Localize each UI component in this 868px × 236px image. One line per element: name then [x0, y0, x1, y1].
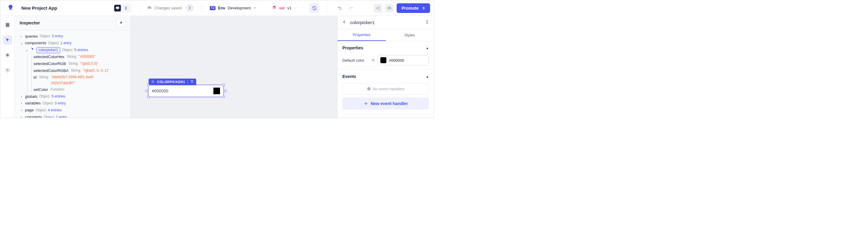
version-value: v1 — [287, 6, 291, 10]
right-panel: colorpicker1 Properties Styles Propertie… — [337, 16, 434, 118]
chevron-down-icon: ⌄ — [20, 40, 23, 46]
chevron-right-icon: › — [20, 107, 23, 113]
svg-rect-2 — [125, 6, 127, 10]
inspector-title: Inspector — [20, 20, 40, 25]
version-label: ver — [279, 6, 285, 10]
share-button[interactable] — [374, 4, 382, 12]
promote-button-label: Promote — [401, 6, 418, 10]
svg-point-12 — [427, 23, 428, 24]
cloud-icon — [147, 5, 152, 11]
tree-node-components[interactable]: ⌄ components Object 1 entry — [18, 40, 127, 47]
environment-selector[interactable]: TJ Env Development — [210, 6, 257, 10]
rail-debug-button[interactable] — [3, 50, 12, 60]
trash-icon[interactable] — [190, 80, 194, 84]
color-swatch[interactable] — [213, 88, 220, 94]
component-icon — [30, 47, 35, 53]
prop-selectedColorRGBA[interactable]: selectedColorRGBA String "rgba(0, 0, 0, … — [33, 67, 127, 74]
env-badge-icon: TJ — [210, 6, 216, 10]
chevron-right-icon: › — [20, 114, 23, 118]
selected-widget[interactable]: COLORPICKER1 #000000 — [149, 78, 223, 97]
prop-setColor[interactable]: setColor Function — [33, 87, 127, 93]
logo-icon — [4, 4, 17, 12]
chevron-down-icon — [294, 6, 298, 10]
default-color-label: Default color — [342, 58, 369, 63]
refresh-button[interactable] — [310, 3, 319, 13]
gear-icon[interactable] — [151, 80, 155, 84]
colorpicker-value: #000000 — [152, 89, 168, 93]
chevron-down-icon: ⌄ — [25, 47, 29, 53]
inspector-panel: Inspector › queries Object 0 entry ⌄ com… — [15, 16, 130, 118]
save-status: Changes saved I — [147, 4, 193, 12]
chevron-right-icon: › — [20, 100, 23, 107]
collapse-icon[interactable]: ▲ — [426, 75, 429, 78]
svg-point-11 — [427, 22, 428, 23]
chevron-down-icon — [253, 6, 257, 10]
inspector-tree: › queries Object 0 entry ⌄ components Ob… — [15, 30, 130, 118]
tree-node-page[interactable]: › page Object 4 entries — [18, 107, 127, 114]
tab-properties[interactable]: Properties — [338, 29, 386, 41]
widget-tag[interactable]: COLORPICKER1 — [149, 78, 196, 85]
back-button[interactable] — [342, 20, 347, 25]
widget-tag-label: COLORPICKER1 — [157, 80, 185, 84]
default-color-value: #000000 — [389, 58, 404, 63]
svg-rect-0 — [116, 7, 119, 9]
env-label: Env — [218, 6, 225, 10]
tree-node-globals[interactable]: › globals Object 5 entries — [18, 93, 127, 100]
tree-node-constants[interactable]: › constants Object 1 entry — [18, 114, 127, 118]
default-color-input[interactable]: #000000 — [378, 55, 429, 65]
rail-settings-button[interactable] — [3, 65, 12, 75]
tree-node-colorpicker[interactable]: ⌄ colorpicker1 Object 5 entries — [18, 47, 127, 54]
chevron-right-icon: › — [20, 94, 23, 100]
prop-selectedColorRGB[interactable]: selectedColorRGB String "rgb(0,0,0)" — [33, 61, 127, 67]
svg-point-13 — [367, 87, 371, 91]
env-value: Development — [227, 6, 251, 10]
section-events-title: Events — [342, 74, 356, 79]
colorpicker-widget[interactable]: #000000 — [149, 85, 223, 97]
pin-button[interactable] — [116, 19, 125, 27]
color-swatch-icon — [380, 57, 386, 63]
fx-button[interactable]: fx — [372, 58, 375, 62]
rail-pages-button[interactable] — [3, 20, 12, 30]
tree-node-queries[interactable]: › queries Object 0 entry — [18, 33, 127, 40]
app-title: New Project App — [22, 5, 57, 10]
svg-point-9 — [153, 81, 153, 82]
chevron-right-icon: › — [20, 33, 23, 40]
desktop-view-button[interactable] — [114, 5, 121, 11]
prop-selectedColorHex[interactable]: selectedColorHex String "#000000" — [33, 54, 127, 61]
no-event-handlers: No event handlers — [342, 83, 429, 95]
layers-icon — [272, 5, 277, 11]
right-panel-tabs: Properties Styles — [338, 29, 434, 41]
redo-button[interactable] — [347, 4, 355, 13]
promote-button[interactable]: Promote — [397, 3, 430, 13]
save-status-text: Changes saved — [154, 6, 181, 10]
svg-rect-6 — [6, 23, 9, 27]
collapse-icon[interactable]: ▲ — [426, 46, 429, 50]
svg-rect-1 — [117, 9, 119, 9]
colorpicker-chip: colorpicker1 — [36, 47, 60, 53]
top-bar: New Project App Changes saved I TJ Env D… — [0, 0, 434, 16]
new-event-handler-button[interactable]: New event handler — [342, 98, 429, 109]
preview-button[interactable] — [385, 4, 394, 12]
left-rail — [0, 16, 15, 118]
new-event-handler-label: New event handler — [371, 101, 408, 106]
device-toggle — [113, 4, 131, 13]
svg-point-8 — [7, 70, 8, 71]
right-panel-title: colorpicker1 — [350, 20, 375, 25]
canvas[interactable]: COLORPICKER1 #000000 — [130, 16, 337, 118]
tab-styles[interactable]: Styles — [386, 29, 434, 41]
svg-point-10 — [427, 20, 428, 21]
mobile-view-button[interactable] — [123, 5, 129, 11]
section-properties-title: Properties — [342, 45, 363, 50]
version-selector[interactable]: ver v1 — [272, 5, 298, 11]
user-avatar[interactable]: I — [186, 4, 194, 12]
rail-cursor-button[interactable] — [3, 35, 12, 45]
svg-point-7 — [6, 54, 9, 56]
tree-node-variables[interactable]: › variables Object 0 entry — [18, 100, 127, 107]
prop-id[interactable]: id String "ddefe5b7-2899-49f1-8a4f-292e3… — [33, 74, 127, 86]
kebab-menu-icon[interactable] — [425, 20, 430, 25]
undo-button[interactable] — [335, 4, 344, 13]
svg-rect-15 — [366, 102, 366, 105]
